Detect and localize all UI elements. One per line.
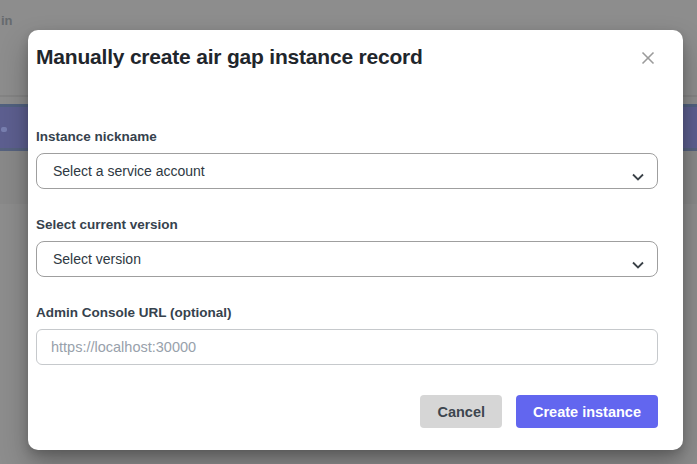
service-account-select[interactable]: Select a service account	[36, 153, 658, 189]
chevron-down-icon	[632, 255, 644, 263]
service-account-select-value: Select a service account	[53, 163, 205, 179]
admin-console-url-input[interactable]	[36, 329, 658, 365]
close-icon	[640, 50, 656, 66]
admin-console-url-label: Admin Console URL (optional)	[36, 305, 658, 320]
create-airgap-instance-modal: Manually create air gap instance record …	[28, 30, 683, 450]
cancel-button[interactable]: Cancel	[420, 395, 502, 428]
field-instance-nickname: Instance nickname Select a service accou…	[36, 129, 658, 189]
chevron-down-icon	[632, 167, 644, 175]
background-partial-text: in	[1, 13, 13, 28]
current-version-label: Select current version	[36, 217, 658, 232]
field-admin-console-url: Admin Console URL (optional)	[36, 305, 658, 365]
version-select[interactable]: Select version	[36, 241, 658, 277]
create-instance-button[interactable]: Create instance	[516, 395, 658, 428]
field-current-version: Select current version Select version	[36, 217, 658, 277]
modal-title: Manually create air gap instance record	[36, 44, 643, 69]
modal-footer: Cancel Create instance	[36, 395, 658, 428]
background-row-marker	[1, 127, 7, 132]
modal-header: Manually create air gap instance record	[28, 30, 683, 69]
version-select-value: Select version	[53, 251, 141, 267]
close-button[interactable]	[637, 47, 659, 69]
instance-nickname-label: Instance nickname	[36, 129, 658, 144]
modal-body: Instance nickname Select a service accou…	[28, 69, 683, 365]
